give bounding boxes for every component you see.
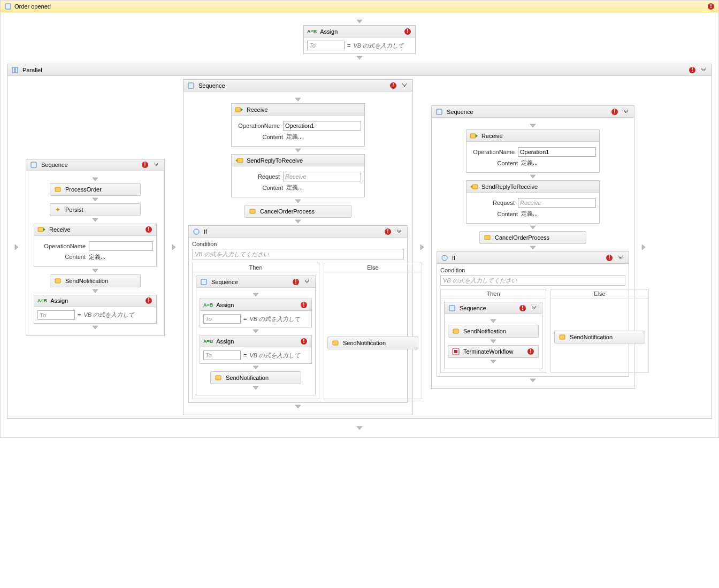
chevron-down-icon[interactable] bbox=[251, 291, 261, 299]
error-icon[interactable]: ! bbox=[389, 81, 397, 90]
chevron-down-icon[interactable] bbox=[528, 244, 538, 251]
error-icon[interactable]: ! bbox=[144, 296, 153, 305]
chevron-down-icon[interactable] bbox=[293, 197, 303, 205]
chevron-right-icon[interactable] bbox=[639, 243, 648, 251]
chevron-down-icon[interactable] bbox=[355, 18, 364, 25]
collapse-icon[interactable] bbox=[400, 82, 409, 89]
assign-activity-lane2-2[interactable]: A=BAssign! =VB の式を入力して bbox=[200, 335, 312, 364]
collapse-icon[interactable] bbox=[302, 278, 312, 286]
request-input[interactable] bbox=[518, 198, 596, 208]
chevron-down-icon[interactable] bbox=[488, 338, 498, 345]
assign-expr[interactable]: VB の式を入力して bbox=[83, 311, 134, 319]
assign-activity-lane2-1[interactable]: A=BAssign! =VB の式を入力して bbox=[200, 299, 312, 327]
chevron-down-icon[interactable] bbox=[90, 287, 100, 295]
sequence-header-order-opened[interactable]: Order opened ! bbox=[1, 1, 718, 12]
send-notification-activity[interactable]: SendNotification bbox=[554, 331, 645, 343]
send-notification-activity[interactable]: SendNotification bbox=[327, 337, 418, 349]
error-icon[interactable]: ! bbox=[688, 66, 697, 74]
chevron-down-icon[interactable] bbox=[355, 424, 364, 432]
request-input[interactable] bbox=[283, 172, 361, 181]
content-link[interactable]: 定義... bbox=[89, 253, 105, 261]
assign-to-input[interactable] bbox=[37, 310, 75, 320]
condition-input[interactable] bbox=[192, 249, 404, 259]
receive-activity-lane1[interactable]: Receive ! OperationName Content定義... bbox=[34, 224, 157, 267]
then-sequence-lane2[interactable]: Sequence ! bbox=[196, 276, 316, 395]
send-notification-activity[interactable]: SendNotification bbox=[210, 371, 301, 384]
chevron-down-icon[interactable] bbox=[293, 403, 303, 410]
collapse-icon[interactable] bbox=[529, 304, 539, 312]
sequence-lane3[interactable]: Sequence ! Receive bbox=[431, 105, 634, 389]
if-activity-lane2[interactable]: If ! Condition bbox=[188, 225, 408, 403]
error-icon[interactable]: ! bbox=[403, 27, 412, 36]
content-link[interactable]: 定義... bbox=[286, 133, 303, 141]
content-link[interactable]: 定義... bbox=[521, 210, 538, 218]
error-icon[interactable]: ! bbox=[384, 227, 392, 236]
opname-input[interactable] bbox=[518, 147, 596, 157]
chevron-down-icon[interactable] bbox=[90, 175, 100, 183]
chevron-down-icon[interactable] bbox=[293, 96, 303, 103]
parallel-activity[interactable]: Parallel ! Sequence ! bbox=[7, 64, 712, 419]
chevron-right-icon[interactable] bbox=[417, 243, 427, 251]
chevron-down-icon[interactable] bbox=[293, 218, 303, 225]
chevron-down-icon[interactable] bbox=[488, 358, 498, 365]
error-icon[interactable]: ! bbox=[300, 337, 308, 346]
svg-rect-19 bbox=[38, 227, 43, 232]
assign-activity-lane1[interactable]: A=B Assign ! = VB の式を入力して bbox=[34, 295, 157, 324]
sendreply-activity-lane3[interactable]: SendReplyToReceive Request Content定義... bbox=[466, 180, 600, 224]
then-sequence-lane3[interactable]: Sequence ! bbox=[444, 302, 542, 369]
chevron-down-icon[interactable] bbox=[355, 54, 364, 62]
sequence-lane2[interactable]: Sequence ! Receive bbox=[183, 79, 413, 415]
chevron-down-icon[interactable] bbox=[90, 324, 100, 331]
cancel-order-process-activity[interactable]: CancelOrderProcess bbox=[479, 231, 586, 244]
content-link[interactable]: 定義... bbox=[521, 159, 538, 167]
chevron-right-icon[interactable] bbox=[169, 243, 179, 251]
error-icon[interactable]: ! bbox=[518, 304, 527, 312]
chevron-down-icon[interactable] bbox=[251, 327, 261, 335]
error-icon[interactable]: ! bbox=[141, 161, 149, 169]
error-icon[interactable]: ! bbox=[707, 2, 715, 11]
condition-input[interactable] bbox=[440, 275, 625, 286]
persist-activity[interactable]: ✦ Persist bbox=[50, 203, 141, 216]
collapse-icon[interactable] bbox=[699, 66, 708, 74]
chevron-down-icon[interactable] bbox=[528, 224, 538, 231]
error-icon[interactable]: ! bbox=[610, 108, 619, 116]
collapse-icon[interactable] bbox=[151, 161, 161, 169]
collapse-icon[interactable] bbox=[621, 108, 631, 116]
chevron-down-icon[interactable] bbox=[251, 384, 261, 392]
terminate-workflow-activity[interactable]: TerminateWorkflow ! bbox=[448, 345, 539, 358]
assign-to-input[interactable] bbox=[203, 350, 241, 360]
receive-activity-lane3[interactable]: Receive OperationName Content定義... bbox=[466, 129, 600, 173]
cancel-order-process-activity[interactable]: CancelOrderProcess bbox=[244, 205, 351, 218]
chevron-down-icon[interactable] bbox=[251, 364, 261, 371]
error-icon[interactable]: ! bbox=[300, 301, 308, 309]
chevron-right-icon[interactable] bbox=[12, 243, 21, 251]
assign-to-input[interactable] bbox=[203, 314, 241, 324]
chevron-down-icon[interactable] bbox=[528, 122, 538, 129]
error-icon[interactable]: ! bbox=[526, 347, 535, 356]
error-icon[interactable]: ! bbox=[144, 225, 153, 234]
chevron-down-icon[interactable] bbox=[90, 196, 100, 203]
if-activity-lane3[interactable]: If ! Condition bbox=[437, 251, 629, 377]
assign-activity-top[interactable]: A=B Assign ! = VB の式を入力して bbox=[303, 25, 416, 54]
process-order-activity[interactable]: ProcessOrder bbox=[50, 183, 141, 196]
chevron-down-icon[interactable] bbox=[293, 147, 303, 154]
chevron-down-icon[interactable] bbox=[528, 173, 538, 180]
assign-expr[interactable]: VB の式を入力して bbox=[353, 42, 404, 50]
error-icon[interactable]: ! bbox=[605, 254, 614, 262]
sequence-lane1[interactable]: Sequence ! ProcessOrder ✦ bbox=[26, 159, 165, 336]
assign-to-input[interactable] bbox=[307, 41, 345, 50]
sendreply-activity-lane2[interactable]: SendReplyToReceive Request Content定義... bbox=[231, 154, 365, 197]
opname-input[interactable] bbox=[283, 121, 361, 131]
opname-input[interactable] bbox=[89, 241, 153, 251]
error-icon[interactable]: ! bbox=[292, 278, 300, 286]
send-notification-activity[interactable]: SendNotification bbox=[448, 325, 539, 338]
content-link[interactable]: 定義... bbox=[286, 184, 303, 192]
receive-activity-lane2[interactable]: Receive OperationName Content定義... bbox=[231, 103, 365, 147]
send-notification-activity[interactable]: SendNotification bbox=[50, 274, 141, 287]
collapse-icon[interactable] bbox=[616, 254, 625, 262]
chevron-down-icon[interactable] bbox=[528, 377, 538, 384]
collapse-icon[interactable] bbox=[394, 228, 404, 235]
chevron-down-icon[interactable] bbox=[90, 216, 100, 224]
chevron-down-icon[interactable] bbox=[488, 317, 498, 325]
chevron-down-icon[interactable] bbox=[90, 267, 100, 274]
